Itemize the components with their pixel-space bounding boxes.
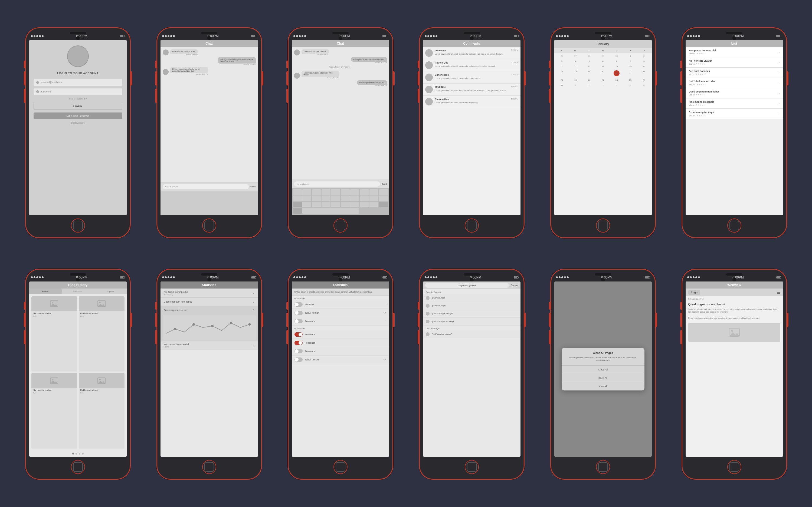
blog-tab-popular[interactable]: Popular bbox=[94, 288, 127, 294]
comment-text: Lorem ipsum dolor sit amet, consectetur … bbox=[435, 101, 518, 104]
safari-search-item[interactable]: graphic burger design bbox=[423, 310, 520, 318]
phone-blog-wrapper: 0:00PM Blog History Latest Favorites Pop… bbox=[16, 258, 139, 491]
pagination-dot[interactable] bbox=[79, 453, 81, 455]
hamburger-menu-icon[interactable]: ☰ bbox=[777, 290, 780, 294]
chat-screen-header: Chat bbox=[160, 40, 258, 47]
safari-search-text: graphic burger mockup bbox=[432, 320, 454, 323]
toggle-switch-on[interactable] bbox=[295, 332, 303, 337]
chart-svg bbox=[163, 315, 256, 340]
chat-text-input[interactable]: Lorem ipsum bbox=[163, 184, 249, 189]
safari-cancel-button[interactable]: Cancel bbox=[510, 284, 518, 287]
phone-top-bar bbox=[551, 28, 655, 32]
safari-find-item[interactable]: Find "graphic burger" bbox=[423, 330, 520, 338]
phone-chat2: 0:00PM Chat Lorem ipsum dolor sit amet, … bbox=[288, 27, 393, 238]
stats2-section-title: Dissensio bbox=[292, 295, 389, 300]
accordion-header-expanded[interactable]: Piso magna dissensio ∧ bbox=[160, 306, 258, 314]
accordion-header[interactable]: Non posse honeste vivi Room ∨ bbox=[160, 341, 258, 350]
chat-input-field[interactable]: Lorem ipsum bbox=[294, 181, 380, 186]
home-button[interactable] bbox=[596, 219, 610, 233]
phone-calendar-wrapper: 0:00PM January S M T W T F S bbox=[541, 16, 664, 249]
stats2-description: Swipe down to ersptciatis unde omnis ist… bbox=[292, 288, 389, 295]
safari-url-field[interactable]: GraphicBurger.com bbox=[425, 283, 509, 288]
accordion-title-content: Non posse honeste vivi Room bbox=[164, 343, 189, 348]
phone-top-bar bbox=[26, 270, 130, 273]
toggle-knob bbox=[295, 311, 299, 315]
chat-send-button[interactable]: Send bbox=[250, 185, 256, 188]
screen-list: List Non posse honeste vivi Fashion★★★☆☆… bbox=[686, 40, 783, 215]
accordion-header[interactable]: Cui Tubuli nomen odio Accounting ∨ bbox=[160, 288, 258, 297]
home-button[interactable] bbox=[727, 219, 741, 233]
toggle-switch[interactable] bbox=[295, 349, 303, 353]
alert-close-all-button[interactable]: Close All bbox=[562, 365, 645, 374]
phone-webview-wrapper: 0:00PM Webview Logo ☰ February 22, 2014 … bbox=[673, 258, 796, 491]
chat-input-bar-2: Lorem ipsum Send bbox=[292, 179, 389, 188]
blog-card[interactable]: Nisi honeste vivatur Style bbox=[79, 296, 124, 372]
stats2-item: Tubuli nomen On bbox=[292, 309, 389, 317]
home-button[interactable] bbox=[596, 460, 610, 474]
home-button[interactable] bbox=[465, 460, 479, 474]
pagination-dot[interactable] bbox=[75, 453, 77, 455]
side-buttons-left bbox=[418, 61, 419, 103]
blog-tab-latest[interactable]: Latest bbox=[29, 288, 62, 294]
safari-search-item[interactable]: graphic burger bbox=[423, 302, 520, 310]
comment-avatar bbox=[425, 73, 433, 81]
home-button[interactable] bbox=[465, 219, 479, 233]
calendar-today[interactable]: 21 bbox=[614, 70, 619, 76]
list-item[interactable]: Quod cognitum non habet Design★★★☆☆ › bbox=[686, 88, 783, 99]
password-input[interactable]: password bbox=[34, 89, 122, 95]
home-button[interactable] bbox=[71, 219, 85, 233]
alert-cancel-button[interactable]: Cancel bbox=[562, 382, 645, 390]
toggle-switch[interactable] bbox=[295, 311, 303, 315]
accordion-item-expanded[interactable]: Piso magna dissensio ∧ bbox=[160, 306, 258, 341]
blog-card-title: Nisi honeste vivatur bbox=[32, 388, 77, 392]
home-button[interactable] bbox=[334, 460, 348, 474]
accordion-item[interactable]: Non posse honeste vivi Room ∨ bbox=[160, 341, 258, 350]
blog-card[interactable]: Nisi honeste vivatur Style bbox=[32, 373, 77, 449]
stats2-item: Tubuli nonon Off bbox=[292, 355, 389, 364]
home-button[interactable] bbox=[334, 219, 348, 233]
accordion-item[interactable]: Quod cognitum non habet ∨ bbox=[160, 298, 258, 306]
calendar-month-header: January bbox=[554, 40, 652, 48]
forgot-password-link[interactable]: Forgot Password? bbox=[69, 98, 87, 100]
facebook-login-button[interactable]: Login With Facebook bbox=[34, 112, 122, 119]
list-item[interactable]: Piso magna dissensio Interior★★★★☆ › bbox=[686, 99, 783, 109]
list-item[interactable]: Sed quot homines Interior★★★★☆ › bbox=[686, 68, 783, 78]
comment-avatar bbox=[425, 86, 433, 93]
create-account-link[interactable]: Create Account bbox=[70, 122, 85, 124]
list-item[interactable]: Experimur igitur inqui Fashion★★★☆☆ › bbox=[686, 109, 783, 119]
comment-text: Lorem ipsum dolor sit amet. Nec speciall… bbox=[435, 89, 518, 92]
toggle-switch[interactable] bbox=[295, 319, 303, 323]
search-icon bbox=[426, 304, 429, 308]
pagination-dot-active[interactable] bbox=[72, 453, 74, 455]
email-input[interactable]: yourmail@mail.com bbox=[34, 79, 122, 86]
svg-point-4 bbox=[99, 302, 101, 303]
chat-send-button-2[interactable]: Send bbox=[382, 183, 387, 185]
alert-keep-all-button[interactable]: Keep All bbox=[562, 374, 645, 382]
safari-search-item[interactable]: graphic burger mockup bbox=[423, 318, 520, 326]
list-item[interactable]: Cui Tubuli nomen odio Fashion★★★★☆ › bbox=[686, 78, 783, 88]
blog-tab-favorites[interactable]: Favorites bbox=[62, 288, 94, 294]
toggle-switch[interactable] bbox=[295, 302, 303, 306]
home-button[interactable] bbox=[202, 219, 216, 233]
side-buttons-right bbox=[656, 313, 657, 327]
accordion-item[interactable]: Cui Tubuli nomen odio Accounting ∨ bbox=[160, 288, 258, 298]
blog-card[interactable]: Nisi honeste vivatur Style bbox=[32, 296, 77, 372]
toggle-switch[interactable] bbox=[295, 357, 303, 362]
home-button[interactable] bbox=[727, 460, 741, 474]
chat-time: Monday 3:56 PM bbox=[170, 54, 198, 55]
chevron-right-icon: › bbox=[779, 102, 780, 105]
safari-search-item[interactable]: graphicburger bbox=[423, 294, 520, 302]
comment-header: John Doe 5:20 PM bbox=[435, 49, 518, 52]
pagination-dot[interactable] bbox=[82, 453, 84, 455]
list-item[interactable]: Nisi honeste vivatur Design★★★★★ › bbox=[686, 57, 783, 68]
accordion-header[interactable]: Quod cognitum non habet ∨ bbox=[160, 298, 258, 306]
home-button[interactable] bbox=[71, 460, 85, 474]
home-button[interactable] bbox=[202, 460, 216, 474]
login-button[interactable]: LOGIN bbox=[34, 103, 122, 110]
list-item[interactable]: Non posse honeste vivi Fashion★★★☆☆ › bbox=[686, 47, 783, 57]
phone-comments: 0:00PM Comments John Doe 5:20 PM Lorem i… bbox=[419, 27, 524, 238]
blog-card[interactable]: Nisi honeste vivatur Style bbox=[79, 373, 124, 449]
stats-chart bbox=[163, 315, 256, 340]
toggle-switch-on[interactable] bbox=[295, 341, 303, 345]
side-buttons-right bbox=[262, 313, 263, 327]
